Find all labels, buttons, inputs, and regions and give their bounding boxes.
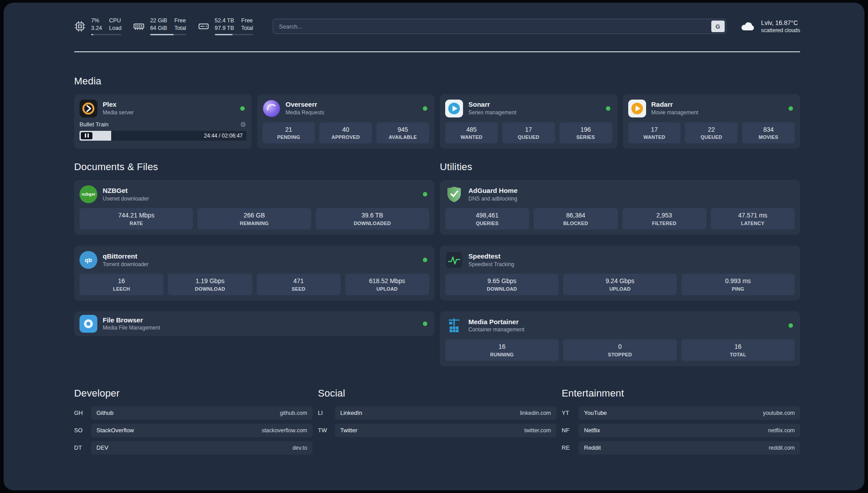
stat-tile: 17 WANTED (628, 122, 681, 144)
stat-value: 47.571 ms (713, 212, 793, 219)
weather-condition: scattered clouds (761, 27, 800, 33)
linkedin-link[interactable]: LinkedIn linkedin.com (335, 406, 556, 420)
search-container: G (273, 19, 726, 34)
portainer-card[interactable]: Media Portainer Container management 16 … (440, 311, 800, 366)
link-tag: YT (562, 409, 579, 416)
topbar: 7% 3.24 CPU Load (74, 18, 800, 35)
playback-progress-bar[interactable]: 24:44 / 02:06:47 (79, 131, 246, 141)
disk-total-value: 97.9 TB (215, 25, 234, 32)
link-tag: LI (318, 409, 335, 416)
documents-section-title: Documents & Files (74, 161, 434, 173)
stat-value: 17 (504, 126, 553, 134)
app-subtitle: Series management (468, 109, 601, 117)
link-row: RE Reddit reddit.com (562, 441, 800, 455)
plex-card[interactable]: Plex Media server Bullet Train ⚙ 24:44 /… (74, 94, 252, 149)
stat-tile: 744.21 Mbps RATE (79, 208, 193, 230)
stat-tile: 47.571 ms LATENCY (711, 208, 795, 230)
gear-icon[interactable]: ⚙ (240, 121, 246, 128)
utilities-section: Utilities AdGuard Home DNS and (440, 161, 800, 366)
media-section: Media Plex Media server (74, 75, 800, 149)
cpu-label: CPU (109, 18, 121, 24)
app-subtitle: Usenet downloader (103, 196, 417, 203)
memory-progress-bar (150, 34, 186, 35)
app-subtitle: Container management (468, 326, 783, 334)
link-tag: NF (562, 427, 579, 434)
status-dot (789, 323, 793, 328)
radarr-card[interactable]: Radarr Movie management 17 WANTED 22 QUE… (623, 94, 801, 149)
twitter-link[interactable]: Twitter twitter.com (335, 424, 556, 437)
overseerr-icon (263, 100, 280, 117)
disk-progress-bar (215, 34, 253, 35)
youtube-link[interactable]: YouTube youtube.com (579, 406, 800, 420)
stat-label: AVAILABLE (378, 134, 427, 140)
search-input[interactable] (273, 19, 726, 34)
social-section-title: Social (318, 388, 556, 399)
developer-section-title: Developer (74, 388, 313, 399)
stat-label: TOTAL (683, 352, 793, 357)
dev-link[interactable]: DEV dev.to (91, 441, 313, 455)
stat-value: 9.65 Gbps (447, 277, 557, 285)
status-dot (423, 192, 427, 196)
speedtest-chart-icon (445, 251, 463, 269)
stat-tile: 1.19 Gbps DOWNLOAD (168, 274, 252, 295)
app-subtitle: Media File Management (103, 325, 417, 332)
sonarr-card[interactable]: Sonarr Series management 485 WANTED 17 Q… (440, 94, 618, 149)
link-tag: GH (74, 409, 91, 416)
memory-metric: 22 GiB 64 GiB Free Total (133, 18, 186, 35)
stat-value: 40 (321, 126, 370, 134)
stat-label: QUEUED (687, 134, 736, 140)
memory-free-value: 22 GiB (150, 18, 167, 24)
stat-value: 1.19 Gbps (170, 277, 250, 285)
stat-value: 945 (378, 126, 427, 134)
stat-value: 22 (687, 126, 736, 134)
dashboard-panel: 7% 3.24 CPU Load (4, 3, 864, 490)
stat-tile: 0.993 ms PING (681, 274, 795, 295)
stackoverflow-link[interactable]: StackOverflow stackoverflow.com (91, 424, 313, 437)
weather-widget[interactable]: Lviv, 16.87°C scattered clouds (740, 19, 800, 33)
app-name: Sonarr (468, 100, 601, 109)
stat-value: 9.24 Gbps (565, 277, 675, 285)
stat-tile: 39.6 TB DOWNLOADED (316, 208, 429, 230)
github-link[interactable]: Github github.com (91, 406, 313, 420)
portainer-crane-icon (445, 317, 463, 334)
netflix-link[interactable]: Netflix netflix.com (579, 424, 800, 437)
media-section-title: Media (74, 75, 800, 87)
stat-label: FILTERED (624, 221, 705, 226)
cpu-metric: 7% 3.24 CPU Load (74, 18, 121, 35)
stat-label: WANTED (630, 134, 679, 140)
cpu-progress-bar (91, 34, 121, 35)
stat-value: 39.6 TB (317, 212, 427, 219)
overseerr-card[interactable]: Overseerr Media Requests 21 PENDING 40 A… (257, 94, 435, 149)
stat-tile: 40 APPROVED (319, 122, 372, 144)
cpu-load-value: 3.24 (91, 25, 102, 32)
app-name: Overseerr (286, 100, 418, 109)
status-dot (423, 322, 427, 326)
disk-total-label: Total (241, 25, 253, 32)
qbittorrent-card[interactable]: qb qBittorrent Torrent downloader 16 LEE… (74, 246, 434, 301)
speedtest-card[interactable]: Speedtest Speedtest Tracking 9.65 Gbps D… (440, 246, 800, 301)
stat-tile: 618.52 Mbps UPLOAD (345, 274, 429, 295)
stat-label: REMAINING (199, 221, 309, 226)
status-dot (606, 106, 610, 111)
reddit-link[interactable]: Reddit reddit.com (579, 441, 800, 455)
nzbget-card[interactable]: nzbget NZBGet Usenet downloader 744.21 M… (74, 180, 434, 235)
stat-label: DOWNLOADED (317, 221, 427, 226)
link-row: GH Github github.com (74, 406, 313, 420)
stat-label: QUEUED (504, 134, 553, 140)
status-dot (240, 106, 245, 111)
app-subtitle: Movie management (651, 109, 784, 117)
stat-value: 0.993 ms (683, 277, 793, 285)
stat-tile: 16 RUNNING (445, 339, 559, 361)
stat-label: LEECH (81, 286, 162, 292)
pause-button[interactable] (81, 132, 92, 139)
stat-value: 498,461 (447, 212, 527, 219)
weather-location: Lviv, 16.87°C (761, 19, 800, 26)
filebrowser-card[interactable]: File Browser Media File Management (74, 311, 434, 336)
stat-label: LATENCY (713, 221, 793, 226)
stat-label: WANTED (447, 134, 496, 140)
stat-label: APPROVED (321, 134, 370, 140)
stat-value: 86,384 (535, 212, 616, 219)
stat-tile: 266 GB REMAINING (197, 208, 311, 230)
adguard-card[interactable]: AdGuard Home DNS and adblocking 498,461 … (440, 180, 800, 235)
link-row: LI LinkedIn linkedin.com (318, 406, 556, 420)
